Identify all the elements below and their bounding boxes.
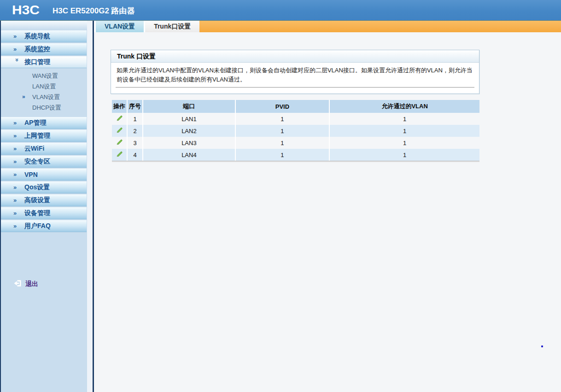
sidebar-item-system-nav[interactable]: »系统导航 xyxy=(1,30,87,42)
sidebar-item-label: AP管理 xyxy=(24,119,46,127)
sidebar-item-advanced-settings[interactable]: »高级设置 xyxy=(1,194,87,206)
logout-icon xyxy=(13,279,22,289)
index-cell: 1 xyxy=(128,113,143,125)
app-title: H3C ER5200G2 路由器 xyxy=(53,6,135,16)
stray-dot xyxy=(541,345,543,347)
sidebar-subitem-dhcp-settings[interactable]: DHCP设置 xyxy=(1,102,93,113)
chevron-right-icon: » xyxy=(13,223,21,229)
sidebar: »系统导航»系统监控»接口管理WAN设置LAN设置»VLAN设置DHCP设置»A… xyxy=(0,21,94,392)
sidebar-item-internet-mgmt[interactable]: »上网管理 xyxy=(1,130,87,142)
sidebar-subitem-label: LAN设置 xyxy=(32,83,56,90)
sidebar-menu: »系统导航»系统监控»接口管理WAN设置LAN设置»VLAN设置DHCP设置»A… xyxy=(1,30,93,232)
chevron-right-icon: » xyxy=(13,184,21,190)
chevron-right-icon: » xyxy=(13,46,21,52)
action-cell xyxy=(112,113,128,125)
sidebar-subitem-lan-settings[interactable]: LAN设置 xyxy=(1,81,93,92)
chevron-right-icon: » xyxy=(13,133,21,139)
edit-pencil-icon[interactable] xyxy=(116,127,123,134)
sidebar-item-label: 云WiFi xyxy=(24,145,44,153)
pvid-cell: 1 xyxy=(236,137,330,149)
sidebar-item-label: 接口管理 xyxy=(24,58,50,66)
edit-pencil-icon[interactable] xyxy=(116,139,123,146)
sidebar-subitem-vlan-settings[interactable]: »VLAN设置 xyxy=(1,92,93,102)
main-content: Trunk 口设置 如果允许通过的VLAN中配置的VLAN未创建接口，则设备会自… xyxy=(94,32,561,392)
port-cell: LAN3 xyxy=(143,137,236,149)
port-cell: LAN1 xyxy=(143,113,236,125)
sidebar-item-ap-mgmt[interactable]: »AP管理 xyxy=(1,117,87,129)
trunk-port-table: 操作序号端口PVID允许通过的VLAN 1LAN1112LAN2113LAN31… xyxy=(112,100,479,161)
column-header: 操作 xyxy=(112,100,128,113)
chevron-right-icon: » xyxy=(13,171,21,177)
sidebar-item-label: 设备管理 xyxy=(24,209,50,217)
sidebar-item-interface-mgmt[interactable]: »接口管理 xyxy=(1,56,87,68)
sidebar-item-label: 高级设置 xyxy=(24,196,50,205)
submenu-interface-mgmt: WAN设置LAN设置»VLAN设置DHCP设置 xyxy=(1,70,93,113)
edit-pencil-icon[interactable] xyxy=(116,115,123,122)
sidebar-item-security-zone[interactable]: »安全专区 xyxy=(1,156,87,168)
action-cell xyxy=(112,137,128,149)
sidebar-item-label: VPN xyxy=(24,171,38,178)
logout-button[interactable]: 退出 xyxy=(13,279,38,289)
table-row: 4LAN411 xyxy=(112,149,479,161)
action-cell xyxy=(112,125,128,137)
logout-label: 退出 xyxy=(25,280,38,288)
sidebar-subitem-label: DHCP设置 xyxy=(32,104,61,111)
sidebar-item-label: 用户FAQ xyxy=(24,222,51,230)
sidebar-item-vpn[interactable]: »VPN xyxy=(1,169,87,181)
column-header: PVID xyxy=(236,100,330,113)
sidebar-item-label: Qos设置 xyxy=(24,183,50,192)
edit-pencil-icon[interactable] xyxy=(116,151,123,158)
h3c-logo: H3C xyxy=(12,3,40,17)
sidebar-item-device-mgmt[interactable]: »设备管理 xyxy=(1,207,87,219)
sidebar-item-system-monitor[interactable]: »系统监控 xyxy=(1,43,87,55)
chevron-right-icon: » xyxy=(13,146,21,152)
action-cell xyxy=(112,149,128,161)
sidebar-item-label: 安全专区 xyxy=(24,158,50,166)
app-header: H3C H3C ER5200G2 路由器 xyxy=(0,0,561,21)
table-row: 2LAN211 xyxy=(112,125,479,137)
trunk-settings-panel: Trunk 口设置 如果允许通过的VLAN中配置的VLAN未创建接口，则设备会自… xyxy=(111,50,479,94)
sidebar-subitem-wan-settings[interactable]: WAN设置 xyxy=(1,70,93,81)
sidebar-subitem-label: WAN设置 xyxy=(32,72,58,79)
index-cell: 4 xyxy=(128,149,143,161)
tab-trunk-settings[interactable]: Trunk口设置 xyxy=(145,21,199,32)
index-cell: 2 xyxy=(128,125,143,137)
active-item-arrow-icon: » xyxy=(22,92,25,102)
vlans-cell: 1 xyxy=(330,137,479,149)
column-header: 序号 xyxy=(128,100,143,113)
chevron-right-icon: » xyxy=(13,158,21,164)
tab-bar: VLAN设置Trunk口设置 xyxy=(94,21,561,32)
sidebar-subitem-label: VLAN设置 xyxy=(32,94,60,100)
chevron-right-icon: » xyxy=(13,210,21,216)
chevron-right-icon: » xyxy=(13,197,21,203)
pvid-cell: 1 xyxy=(236,125,330,137)
vlans-cell: 1 xyxy=(330,149,479,161)
sidebar-item-user-faq[interactable]: »用户FAQ xyxy=(1,220,87,232)
panel-description: 如果允许通过的VLAN中配置的VLAN未创建接口，则设备会自动创建对应的二层VL… xyxy=(111,63,479,84)
sidebar-item-cloud-wifi[interactable]: »云WiFi xyxy=(1,143,87,155)
pvid-cell: 1 xyxy=(236,113,330,125)
pvid-cell: 1 xyxy=(236,149,330,161)
sidebar-item-label: 上网管理 xyxy=(24,132,50,140)
panel-title: Trunk 口设置 xyxy=(111,50,479,63)
port-cell: LAN2 xyxy=(143,125,236,137)
column-header: 允许通过的VLAN xyxy=(330,100,479,113)
sidebar-item-label: 系统监控 xyxy=(24,45,50,53)
index-cell: 3 xyxy=(128,137,143,149)
table-row: 1LAN111 xyxy=(112,113,479,125)
tabbar-orange-strip xyxy=(199,21,561,32)
chevron-down-icon: » xyxy=(14,59,20,66)
sidebar-item-qos-settings[interactable]: »Qos设置 xyxy=(1,181,87,193)
column-header: 端口 xyxy=(143,100,236,113)
chevron-right-icon: » xyxy=(13,33,21,39)
port-cell: LAN4 xyxy=(143,149,236,161)
chevron-right-icon: » xyxy=(13,120,21,126)
table-row: 3LAN311 xyxy=(112,137,479,149)
tab-vlan-settings[interactable]: VLAN设置 xyxy=(96,21,144,32)
vlans-cell: 1 xyxy=(330,113,479,125)
sidebar-item-label: 系统导航 xyxy=(24,32,50,41)
vlans-cell: 1 xyxy=(330,125,479,137)
